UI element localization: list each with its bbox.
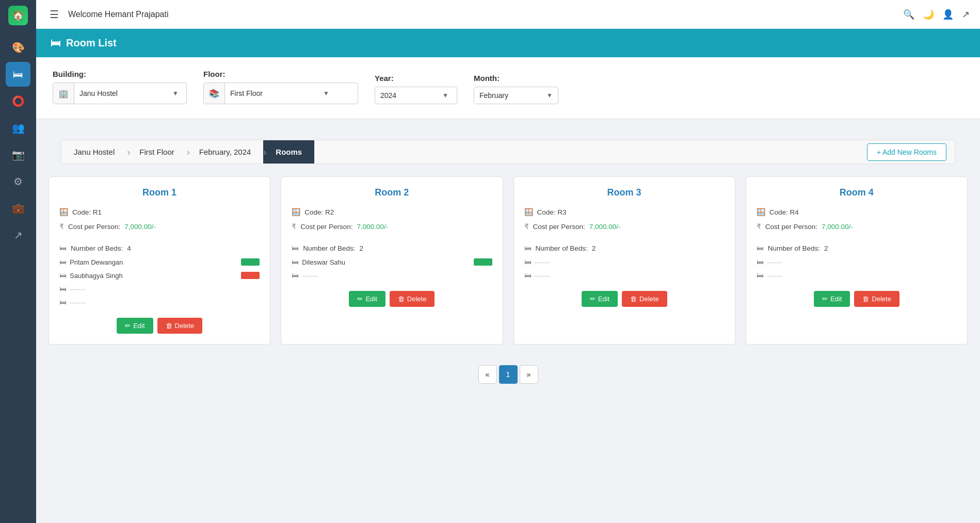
code-icon: 🪟 <box>757 208 765 216</box>
bed-status-green <box>241 258 260 266</box>
bed-icon: 🛏 <box>757 271 764 280</box>
breadcrumb-date[interactable]: February, 2024 <box>187 140 264 164</box>
floor-dropdown-arrow: ▼ <box>318 90 334 97</box>
room-1-cost: ₹ Cost per Person: 7,000.00/- <box>59 221 260 232</box>
room-3-beds: 🛏 Number of Beds: 2 <box>524 242 725 254</box>
room-2-occupant-2: 🛏 ------- <box>292 270 492 281</box>
theme-toggle-icon[interactable]: 🌙 <box>923 9 934 20</box>
room-2-edit-button[interactable]: ✏ Edit <box>349 291 385 307</box>
user-profile-icon[interactable]: 👤 <box>942 9 954 20</box>
pagination-page-1-button[interactable]: 1 <box>499 365 518 384</box>
bed-icon: 🛏 <box>292 271 299 280</box>
floor-select[interactable]: First Floor Second Floor Third Floor <box>225 85 318 102</box>
floor-icon: 📚 <box>204 83 225 104</box>
sidebar-item-users[interactable]: 👥 <box>6 116 30 140</box>
room-2-occupant-1: 🛏 Dileswar Sahu <box>292 257 492 267</box>
month-select-wrapper: January February March April May June Ju… <box>474 87 558 104</box>
building-select[interactable]: Janu Hostel <box>74 85 167 102</box>
sidebar-item-circle[interactable]: ⭕ <box>6 89 30 113</box>
pagination-next-button[interactable]: » <box>520 365 538 384</box>
welcome-text: Welcome Hemant Prajapati <box>68 10 897 19</box>
room-2-delete-button[interactable]: 🗑 Delete <box>390 291 435 307</box>
breadcrumb: Janu Hostel First Floor February, 2024 R… <box>61 140 955 164</box>
pagination-prev-button[interactable]: « <box>478 365 497 384</box>
breadcrumb-container: Janu Hostel First Floor February, 2024 R… <box>36 119 980 164</box>
building-icon: 🏢 <box>53 83 74 104</box>
code-icon: 🪟 <box>59 208 68 216</box>
room-1-occupant-2: 🛏 Saubhagya Singh <box>59 270 260 281</box>
topbar: ☰ Welcome Hemant Prajapati 🔍 🌙 👤 ↗ <box>36 0 980 29</box>
bed-status-green <box>474 258 492 266</box>
room-1-title: Room 1 <box>59 187 260 198</box>
bed-icon: 🛏 <box>524 271 532 280</box>
room-3-actions: ✏ Edit 🗑 Delete <box>524 291 725 307</box>
room-3-occupant-2: 🛏 ------- <box>524 270 725 281</box>
room-1-occupant-4: 🛏 ------- <box>59 297 260 307</box>
month-label: Month: <box>474 74 558 83</box>
room-3-code: 🪟 Code: R3 <box>524 206 725 218</box>
room-1-code: 🪟 Code: R1 <box>59 206 260 218</box>
floor-select-wrapper: 📚 First Floor Second Floor Third Floor ▼ <box>203 83 358 104</box>
rupee-icon: ₹ <box>757 222 761 231</box>
filter-group-month: Month: January February March April May … <box>474 74 558 104</box>
main-wrapper: ☰ Welcome Hemant Prajapati 🔍 🌙 👤 ↗ 🛏 Roo… <box>36 0 980 523</box>
breadcrumb-floor[interactable]: First Floor <box>127 140 187 164</box>
room-4-edit-button[interactable]: ✏ Edit <box>814 291 850 307</box>
year-select[interactable]: 2023 2024 2025 <box>375 87 437 104</box>
filter-group-floor: Floor: 📚 First Floor Second Floor Third … <box>203 70 358 104</box>
bed-icon: 🛏 <box>292 258 299 266</box>
bed-count-icon: 🛏 <box>292 244 299 252</box>
month-select[interactable]: January February March April May June Ju… <box>474 87 541 104</box>
breadcrumb-building[interactable]: Janu Hostel <box>61 140 127 164</box>
room-1-occupant-1: 🛏 Pritam Dewangan <box>59 257 260 267</box>
building-dropdown-arrow: ▼ <box>167 90 184 97</box>
sidebar-item-logout[interactable]: ↗ <box>6 223 30 248</box>
room-2-cost: ₹ Cost per Person: 7,000.00/- <box>292 221 492 232</box>
sidebar-nav: 🎨 🛏 ⭕ 👥 📷 ⚙ 💼 ↗ <box>0 35 36 248</box>
rupee-icon: ₹ <box>524 222 529 231</box>
bed-icon: 🛏 <box>59 258 67 266</box>
room-1-edit-button[interactable]: ✏ Edit <box>117 318 153 334</box>
code-icon: 🪟 <box>524 208 533 216</box>
room-1-occupant-3: 🛏 ------- <box>59 284 260 294</box>
room-4-occupant-2: 🛏 ------- <box>757 270 957 281</box>
sidebar-item-settings[interactable]: ⚙ <box>6 169 30 194</box>
topbar-logout-icon[interactable]: ↗ <box>962 9 970 20</box>
year-dropdown-arrow: ▼ <box>437 92 454 99</box>
search-icon[interactable]: 🔍 <box>903 9 914 20</box>
room-card-4: Room 4 🪟 Code: R4 ₹ Cost per Person: 7,0… <box>746 176 968 345</box>
bed-count-icon: 🛏 <box>524 244 532 252</box>
page-title: Room List <box>66 37 117 49</box>
room-1-delete-button[interactable]: 🗑 Delete <box>157 318 203 334</box>
page-header: 🛏 Room List <box>36 29 980 57</box>
menu-toggle-icon[interactable]: ☰ <box>46 5 62 24</box>
room-4-delete-button[interactable]: 🗑 Delete <box>854 291 899 307</box>
bed-icon: 🛏 <box>59 271 67 280</box>
logo-icon[interactable]: 🏠 <box>8 6 28 25</box>
room-1-actions: ✏ Edit 🗑 Delete <box>59 318 260 334</box>
room-3-delete-button[interactable]: 🗑 Delete <box>622 291 667 307</box>
bed-icon: 🛏 <box>524 258 532 266</box>
bed-icon: 🛏 <box>757 258 764 266</box>
sidebar-item-wallet[interactable]: 💼 <box>6 196 30 221</box>
month-dropdown-arrow: ▼ <box>541 92 558 99</box>
add-new-rooms-button[interactable]: + Add New Rooms <box>867 143 946 161</box>
room-card-3: Room 3 🪟 Code: R3 ₹ Cost per Person: 7,0… <box>513 176 735 345</box>
rupee-icon: ₹ <box>292 222 296 231</box>
room-3-title: Room 3 <box>524 187 725 198</box>
room-4-occupant-1: 🛏 ------- <box>757 257 957 267</box>
room-4-title: Room 4 <box>757 187 957 198</box>
bed-count-icon: 🛏 <box>757 244 764 252</box>
sidebar-item-camera[interactable]: 📷 <box>6 142 30 167</box>
room-2-actions: ✏ Edit 🗑 Delete <box>292 291 492 307</box>
sidebar-item-rooms[interactable]: 🛏 <box>6 62 30 87</box>
rupee-icon: ₹ <box>59 222 64 231</box>
sidebar-item-dashboard[interactable]: 🎨 <box>6 35 30 60</box>
floor-label: Floor: <box>203 70 358 78</box>
breadcrumb-rooms[interactable]: Rooms <box>263 140 314 164</box>
room-4-beds: 🛏 Number of Beds: 2 <box>757 242 957 254</box>
room-1-beds: 🛏 Number of Beds: 4 <box>59 242 260 254</box>
filter-group-year: Year: 2023 2024 2025 ▼ <box>375 74 457 104</box>
pagination: « 1 » <box>36 357 980 398</box>
room-3-edit-button[interactable]: ✏ Edit <box>582 291 618 307</box>
